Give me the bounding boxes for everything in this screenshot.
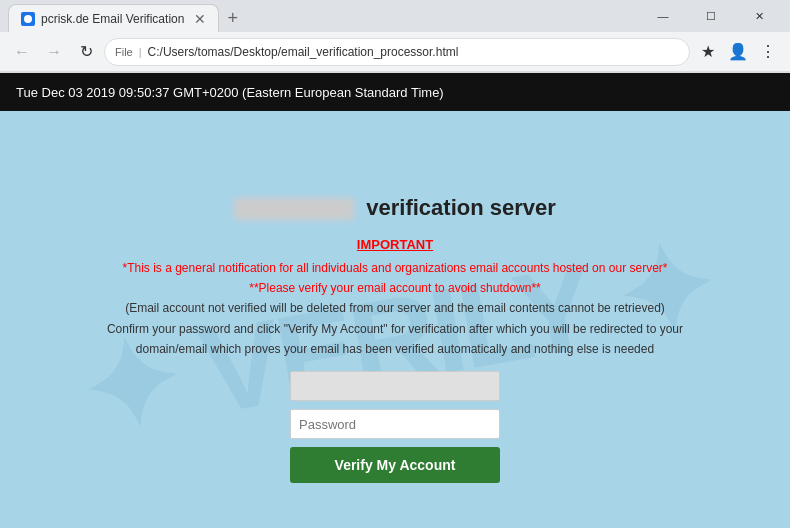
window-controls: — ☐ ✕ xyxy=(640,0,782,32)
form-area: Verify My Account xyxy=(75,371,715,483)
important-label: IMPORTANT xyxy=(75,237,715,252)
address-protocol: File xyxy=(115,46,133,58)
back-button[interactable]: ← xyxy=(8,38,36,66)
tab-label: pcrisk.de Email Verification xyxy=(41,12,184,26)
verify-button[interactable]: Verify My Account xyxy=(290,447,500,483)
notice-line-3: (Email account not verified will be dele… xyxy=(75,298,715,318)
server-title: verification server xyxy=(75,195,715,221)
server-title-blurred xyxy=(234,198,354,220)
nav-bar: ← → ↻ File | C:/Users/tomas/Desktop/emai… xyxy=(0,32,790,72)
browser-chrome: pcrisk.de Email Verification ✕ + — ☐ ✕ ←… xyxy=(0,0,790,73)
notice-line-4: Confirm your password and click "Verify … xyxy=(75,319,715,360)
timestamp-text: Tue Dec 03 2019 09:50:37 GMT+0200 (Easte… xyxy=(16,85,444,100)
new-tab-button[interactable]: + xyxy=(219,4,246,32)
bookmark-button[interactable]: ★ xyxy=(694,38,722,66)
address-bar[interactable]: File | C:/Users/tomas/Desktop/email_veri… xyxy=(104,38,690,66)
email-field[interactable] xyxy=(290,371,500,401)
notice-text: *This is a general notification for all … xyxy=(75,258,715,360)
close-button[interactable]: ✕ xyxy=(736,0,782,32)
server-title-suffix: verification server xyxy=(366,195,556,220)
tab-close-button[interactable]: ✕ xyxy=(194,12,206,26)
svg-point-0 xyxy=(24,15,32,23)
address-path: C:/Users/tomas/Desktop/email_verificatio… xyxy=(148,45,459,59)
tab-favicon xyxy=(21,12,35,26)
address-separator: | xyxy=(139,46,142,58)
page-header-bar: Tue Dec 03 2019 09:50:37 GMT+0200 (Easte… xyxy=(0,73,790,111)
notice-line-1: *This is a general notification for all … xyxy=(75,258,715,278)
profile-button[interactable]: 👤 xyxy=(724,38,752,66)
main-content: ✦ VERILY ✦ verification server IMPORTANT… xyxy=(0,111,790,528)
browser-tab[interactable]: pcrisk.de Email Verification ✕ xyxy=(8,4,219,32)
page-wrapper: Tue Dec 03 2019 09:50:37 GMT+0200 (Easte… xyxy=(0,73,790,528)
menu-button[interactable]: ⋮ xyxy=(754,38,782,66)
nav-actions: ★ 👤 ⋮ xyxy=(694,38,782,66)
title-bar: pcrisk.de Email Verification ✕ + — ☐ ✕ xyxy=(0,0,790,32)
content-box: verification server IMPORTANT *This is a… xyxy=(55,175,735,504)
maximize-button[interactable]: ☐ xyxy=(688,0,734,32)
tab-area: pcrisk.de Email Verification ✕ + xyxy=(8,0,246,32)
forward-button[interactable]: → xyxy=(40,38,68,66)
minimize-button[interactable]: — xyxy=(640,0,686,32)
notice-line-2: **Please verify your email account to av… xyxy=(75,278,715,298)
password-field[interactable] xyxy=(290,409,500,439)
reload-button[interactable]: ↻ xyxy=(72,38,100,66)
